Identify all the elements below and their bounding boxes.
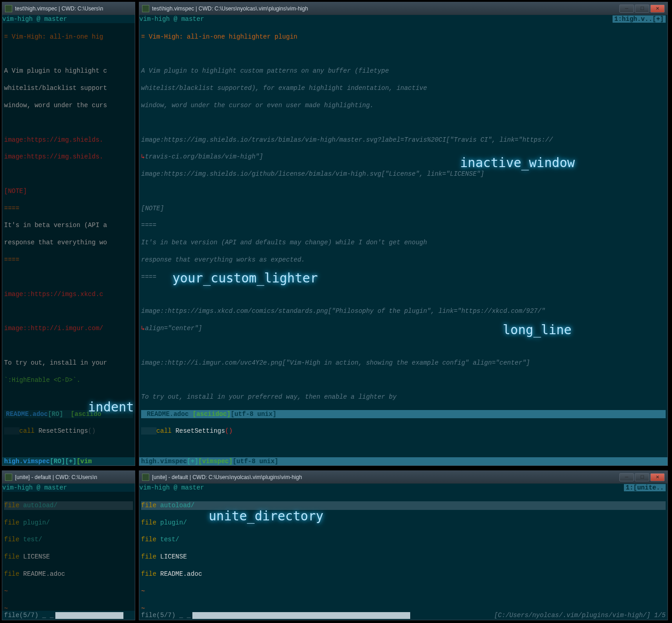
para: whitelist/blacklist supported), for exam…: [141, 84, 666, 93]
statusline: high.vimspec[RO][+] [vim: [2, 457, 135, 465]
img-link: image:https://img.shields.io/travis/biml…: [141, 136, 666, 144]
title-text: test\high.vimspec | CWD: C:\Users\n: [15, 5, 132, 12]
branch-info: vim-high @ master: [139, 484, 204, 491]
img-link: image:https://img.shields.: [4, 153, 133, 161]
vim-icon: [142, 5, 149, 12]
tilde-line: ~: [141, 587, 666, 596]
cursor-icon: [192, 612, 410, 619]
tabline: vim-high @ master 1:[unite..: [139, 484, 667, 492]
para: A Vim plugin to highlight c: [4, 67, 133, 75]
unite-prompt[interactable]: file(5/7) _ _: [2, 611, 135, 620]
title-text: test\high.vimspec | CWD: C:\Users\nyolca…: [152, 5, 619, 12]
text: It's in beta version (API and defaults m…: [141, 238, 666, 247]
img-link: image:https://img.shields.: [4, 136, 133, 144]
list-item[interactable]: file autoload/: [141, 501, 666, 510]
tabline: vim-high @ master 1:high.v..[+]: [139, 15, 667, 23]
window-top-left: test\high.vimspec | CWD: C:\Users\n vim-…: [2, 2, 135, 466]
split-status: README.adoc[RO] [asciido: [4, 410, 133, 418]
editor-pane[interactable]: = Vim-High: all-in-one hig A Vim plugin …: [2, 23, 135, 457]
close-button[interactable]: ✕: [650, 473, 665, 481]
text: It's in beta version (API a: [4, 221, 133, 230]
para: window, word under the curs: [4, 101, 133, 110]
dashes: ====: [141, 273, 666, 282]
titlebar[interactable]: [unite] - default | CWD: C:\Users\nyolca…: [139, 471, 667, 484]
window-bottom-left: [unite] - default | CWD: C:\Users\n vim-…: [2, 470, 135, 620]
img-link: image::http://i.imgur.com/: [4, 324, 133, 333]
minimize-button[interactable]: ─: [619, 5, 634, 13]
vim-icon: [5, 5, 12, 12]
branch-info: vim-high @ master: [2, 484, 67, 491]
titlebar[interactable]: test\high.vimspec | CWD: C:\Users\n: [2, 2, 135, 15]
note: [NOTE]: [141, 204, 666, 213]
titlebar[interactable]: test\high.vimspec | CWD: C:\Users\nyolca…: [139, 2, 667, 15]
text: To try out, install in your: [4, 359, 133, 367]
maximize-button[interactable]: ☐: [635, 5, 649, 13]
vim-icon: [5, 474, 12, 481]
list-item[interactable]: file LICENSE: [141, 553, 666, 561]
heading: = Vim-High: all-in-one hig: [4, 33, 133, 41]
editor-pane[interactable]: = Vim-High: all-in-one highlighter plugi…: [139, 23, 667, 457]
title-text: [unite] - default | CWD: C:\Users\nyolca…: [152, 474, 619, 480]
title-text: [unite] - default | CWD: C:\Users\n: [15, 474, 132, 480]
tab-indicator[interactable]: 1:[unite..: [624, 484, 666, 491]
unite-path: [C:/Users/nyolcas/.vim/plugins/vim-high/…: [494, 612, 666, 619]
unite-pane[interactable]: file autoload/ file plugin/ file test/ f…: [139, 492, 667, 611]
window-bottom-right: [unite] - default | CWD: C:\Users\nyolca…: [139, 470, 668, 620]
titlebar[interactable]: [unite] - default | CWD: C:\Users\n: [2, 471, 135, 484]
note: [NOTE]: [4, 187, 133, 196]
img-link: image::https://imgs.xkcd.com/comics/stan…: [141, 307, 666, 316]
close-button[interactable]: ✕: [650, 5, 665, 13]
tabline: vim-high @ master: [2, 484, 135, 492]
text: response that everything works as expect…: [141, 256, 666, 264]
minimize-button[interactable]: ─: [619, 473, 634, 481]
img-link: image:https://img.shields.io/github/lice…: [141, 170, 666, 178]
heading: = Vim-High: all-in-one highlighter plugi…: [141, 33, 666, 41]
window-controls: ─ ☐ ✕: [619, 473, 665, 481]
list-item[interactable]: file test/: [141, 535, 666, 544]
unite-prompt[interactable]: file(5/7) _ _ [C:/Users/nyolcas/.vim/plu…: [139, 611, 667, 620]
tab-indicator[interactable]: 1:high.v..[+]: [613, 15, 666, 23]
dashes: ====: [141, 221, 666, 230]
dashes: ====: [4, 204, 133, 213]
split-status: README.adoc [asciidoc][utf-8 unix]: [141, 410, 666, 418]
tabline: vim-high @ master: [2, 15, 135, 23]
cmd: `:HighEnable <C-D>`.: [4, 376, 133, 385]
para: whitelist/blacklist support: [4, 84, 133, 93]
img-link: image::http://i.imgur.com/uvc4Y2e.png["V…: [141, 359, 666, 367]
statusline: high.vimspec[+] [vimspec][utf-8 unix]: [139, 457, 667, 465]
para: A Vim plugin to highlight custom pattern…: [141, 67, 666, 75]
text: To try out, install in your preferred wa…: [141, 393, 666, 401]
cursor-icon: [55, 612, 123, 619]
img-link: image::https://imgs.xkcd.c: [4, 290, 133, 299]
window-controls: ─ ☐ ✕: [619, 5, 665, 13]
list-item[interactable]: file plugin/: [141, 519, 666, 527]
branch-info: vim-high @ master: [139, 15, 204, 23]
vim-icon: [142, 474, 149, 481]
maximize-button[interactable]: ☐: [635, 473, 649, 481]
unite-pane[interactable]: file autoload/ file plugin/ file test/ f…: [2, 492, 135, 611]
branch-info: vim-high @ master: [2, 15, 67, 23]
list-item[interactable]: file README.adoc: [141, 570, 666, 578]
tilde-line: ~: [141, 604, 666, 611]
para: window, word under the cursor or even us…: [141, 101, 666, 110]
dashes: ====: [4, 256, 133, 264]
text: response that everything wo: [4, 238, 133, 247]
window-top-right: test\high.vimspec | CWD: C:\Users\nyolca…: [139, 2, 668, 466]
